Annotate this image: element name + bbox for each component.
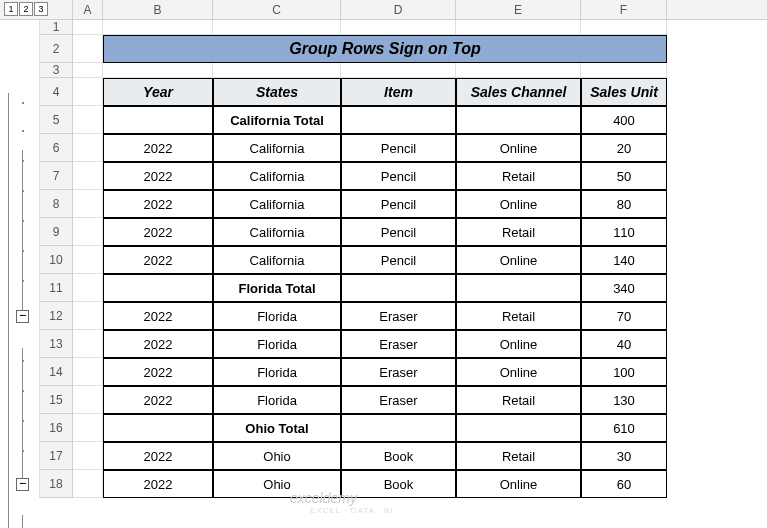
data-cell-states[interactable]: California xyxy=(213,190,341,218)
empty-cell[interactable] xyxy=(73,63,103,78)
data-cell-unit[interactable]: 50 xyxy=(581,162,667,190)
data-cell-states[interactable]: Florida xyxy=(213,330,341,358)
empty-cell[interactable] xyxy=(213,63,341,78)
data-cell-unit[interactable]: 610 xyxy=(581,414,667,442)
data-cell-unit[interactable]: 80 xyxy=(581,190,667,218)
empty-cell[interactable] xyxy=(341,20,456,35)
empty-cell[interactable] xyxy=(73,414,103,442)
row-header[interactable]: 16 xyxy=(40,414,73,442)
data-cell-channel[interactable]: Retail xyxy=(456,218,581,246)
empty-cell[interactable] xyxy=(73,134,103,162)
row-header[interactable]: 9 xyxy=(40,218,73,246)
data-cell-channel[interactable]: Online xyxy=(456,330,581,358)
empty-cell[interactable] xyxy=(73,20,103,35)
data-cell-unit[interactable]: 100 xyxy=(581,358,667,386)
row-header[interactable]: 6 xyxy=(40,134,73,162)
empty-cell[interactable] xyxy=(73,106,103,134)
data-cell-year[interactable]: 2022 xyxy=(103,302,213,330)
empty-cell[interactable] xyxy=(73,35,103,63)
empty-cell[interactable] xyxy=(103,20,213,35)
data-cell-item[interactable]: Eraser xyxy=(341,302,456,330)
data-cell-states[interactable]: California xyxy=(213,134,341,162)
empty-cell[interactable] xyxy=(73,302,103,330)
row-header[interactable]: 2 xyxy=(40,35,73,63)
row-header[interactable]: 4 xyxy=(40,78,73,106)
data-cell-year[interactable]: 2022 xyxy=(103,386,213,414)
data-cell-channel[interactable] xyxy=(456,414,581,442)
data-cell-states[interactable]: Ohio xyxy=(213,442,341,470)
header-item[interactable]: Item xyxy=(341,78,456,106)
empty-cell[interactable] xyxy=(456,63,581,78)
empty-cell[interactable] xyxy=(213,20,341,35)
data-cell-channel[interactable]: Retail xyxy=(456,442,581,470)
data-cell-channel[interactable]: Online xyxy=(456,134,581,162)
data-cell-unit[interactable]: 340 xyxy=(581,274,667,302)
empty-cell[interactable] xyxy=(73,442,103,470)
data-cell-item[interactable] xyxy=(341,106,456,134)
data-cell-unit[interactable]: 60 xyxy=(581,470,667,498)
data-cell-year[interactable]: 2022 xyxy=(103,134,213,162)
data-cell-unit[interactable]: 110 xyxy=(581,218,667,246)
data-cell-channel[interactable]: Retail xyxy=(456,386,581,414)
col-header-f[interactable]: F xyxy=(581,0,667,19)
row-header[interactable]: 12 xyxy=(40,302,73,330)
data-cell-channel[interactable] xyxy=(456,274,581,302)
data-cell-year[interactable]: 2022 xyxy=(103,442,213,470)
empty-cell[interactable] xyxy=(73,274,103,302)
data-cell-year[interactable]: 2022 xyxy=(103,190,213,218)
data-cell-year[interactable] xyxy=(103,106,213,134)
data-cell-unit[interactable]: 20 xyxy=(581,134,667,162)
empty-cell[interactable] xyxy=(73,78,103,106)
empty-cell[interactable] xyxy=(73,330,103,358)
data-cell-year[interactable] xyxy=(103,274,213,302)
empty-cell[interactable] xyxy=(73,386,103,414)
data-cell-item[interactable] xyxy=(341,414,456,442)
data-cell-year[interactable]: 2022 xyxy=(103,330,213,358)
col-header-d[interactable]: D xyxy=(341,0,456,19)
data-cell-channel[interactable]: Retail xyxy=(456,162,581,190)
outline-level-1[interactable]: 1 xyxy=(4,2,18,16)
data-cell-states[interactable]: California xyxy=(213,218,341,246)
data-cell-unit[interactable]: 140 xyxy=(581,246,667,274)
header-year[interactable]: Year xyxy=(103,78,213,106)
data-cell-item[interactable]: Eraser xyxy=(341,358,456,386)
data-cell-channel[interactable] xyxy=(456,106,581,134)
empty-cell[interactable] xyxy=(73,470,103,498)
empty-cell[interactable] xyxy=(73,218,103,246)
data-cell-states-total[interactable]: California Total xyxy=(213,106,341,134)
data-cell-item[interactable]: Eraser xyxy=(341,386,456,414)
empty-cell[interactable] xyxy=(581,63,667,78)
data-cell-item[interactable]: Pencil xyxy=(341,218,456,246)
data-cell-unit[interactable]: 70 xyxy=(581,302,667,330)
row-header[interactable]: 17 xyxy=(40,442,73,470)
data-cell-states[interactable]: Ohio xyxy=(213,470,341,498)
col-header-b[interactable]: B xyxy=(103,0,213,19)
row-header[interactable]: 11 xyxy=(40,274,73,302)
header-unit[interactable]: Sales Unit xyxy=(581,78,667,106)
row-header[interactable]: 1 xyxy=(40,20,73,35)
row-header[interactable]: 15 xyxy=(40,386,73,414)
row-header[interactable]: 18 xyxy=(40,470,73,498)
data-cell-year[interactable]: 2022 xyxy=(103,162,213,190)
data-cell-item[interactable]: Pencil xyxy=(341,246,456,274)
data-cell-states[interactable]: California xyxy=(213,162,341,190)
empty-cell[interactable] xyxy=(456,20,581,35)
data-cell-item[interactable]: Pencil xyxy=(341,134,456,162)
data-cell-item[interactable]: Book xyxy=(341,470,456,498)
row-header[interactable]: 3 xyxy=(40,63,73,78)
empty-cell[interactable] xyxy=(103,63,213,78)
outline-level-2[interactable]: 2 xyxy=(19,2,33,16)
empty-cell[interactable] xyxy=(73,246,103,274)
row-header[interactable]: 8 xyxy=(40,190,73,218)
header-channel[interactable]: Sales Channel xyxy=(456,78,581,106)
data-cell-states[interactable]: California xyxy=(213,246,341,274)
header-states[interactable]: States xyxy=(213,78,341,106)
row-header[interactable]: 10 xyxy=(40,246,73,274)
empty-cell[interactable] xyxy=(73,190,103,218)
data-cell-unit[interactable]: 400 xyxy=(581,106,667,134)
data-cell-item[interactable]: Eraser xyxy=(341,330,456,358)
data-cell-channel[interactable]: Online xyxy=(456,358,581,386)
title-cell[interactable]: Group Rows Sign on Top xyxy=(103,35,667,63)
empty-cell[interactable] xyxy=(73,162,103,190)
data-cell-states[interactable]: Florida xyxy=(213,302,341,330)
